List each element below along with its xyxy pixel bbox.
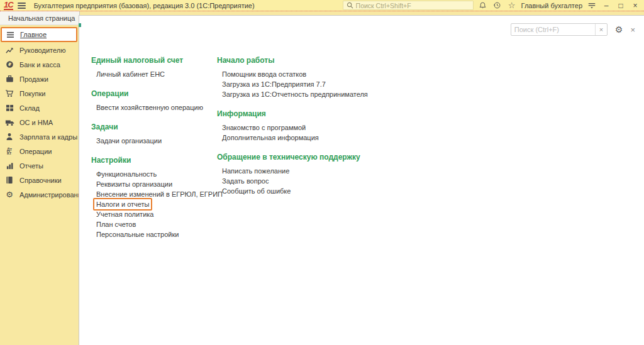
sidebar-item-prodazhi[interactable]: Продажи bbox=[0, 72, 79, 86]
trend-chart-icon bbox=[4, 47, 14, 54]
clear-search-icon[interactable]: × bbox=[595, 24, 607, 35]
shopping-cart-icon bbox=[4, 89, 14, 97]
link-zagruzka-iz-1c-predpriyatiya-77[interactable]: Загрузка из 1С:Предприятия 7.7 bbox=[217, 79, 368, 89]
section-operacii: Операции Ввести хозяйственную операцию bbox=[91, 89, 217, 112]
link-uchetnaya-politika[interactable]: Учетная политика bbox=[91, 209, 217, 219]
close-panel-icon[interactable]: × bbox=[630, 26, 635, 34]
sidebar-item-label: Продажи bbox=[19, 75, 48, 83]
sidebar-item-label: Операции bbox=[19, 148, 52, 155]
tab-home-page[interactable]: Начальная страница bbox=[0, 11, 80, 25]
link-nalogi-i-otchety-row: Налоги и отчеты bbox=[91, 199, 217, 209]
sidebar-item-otchety[interactable]: Отчеты bbox=[0, 158, 79, 173]
section-informaciya: Информация Знакомство с программой Допол… bbox=[217, 109, 368, 143]
section-tehpodderzhka: Обращение в техническую поддержку Написа… bbox=[217, 153, 368, 196]
home-page-panel: × ⚙ × Единый налоговый счет Личный кабин… bbox=[79, 15, 644, 345]
sidebar-item-label: Отчеты bbox=[19, 162, 43, 170]
sidebar-item-os-i-nma[interactable]: ОС и НМА bbox=[0, 115, 79, 129]
settings-gear-icon[interactable]: ⚙ bbox=[615, 25, 623, 34]
svg-text:₽: ₽ bbox=[8, 62, 11, 67]
links-column-left: Единый налоговый счет Личный кабинет ЕНС… bbox=[91, 56, 217, 249]
functions-menu-icon[interactable] bbox=[587, 1, 597, 10]
sidebar-item-label: Руководителю bbox=[19, 47, 65, 54]
link-znakomstvo-s-programmoj[interactable]: Знакомство с программой bbox=[217, 123, 368, 133]
section-title: Настройки bbox=[91, 156, 217, 165]
sidebar-item-sklad[interactable]: Склад bbox=[0, 101, 79, 115]
book-icon bbox=[4, 176, 14, 184]
section-nachalo-raboty: Начало работы Помощник ввода остатков За… bbox=[217, 56, 368, 99]
sidebar-item-label: Склад bbox=[19, 104, 40, 112]
sidebar-item-rukovoditelyu[interactable]: Руководителю bbox=[0, 43, 79, 57]
sidebar-item-label: ОС и НМА bbox=[19, 119, 53, 126]
page-search-field[interactable]: × bbox=[511, 23, 608, 36]
sidebar-item-administrirovanie[interactable]: ⚙ Администрирование bbox=[0, 187, 79, 202]
link-personalnye-nastrojki[interactable]: Персональные настройки bbox=[91, 229, 217, 239]
window-title: Бухгалтерия предприятия (базовая), редак… bbox=[34, 2, 255, 9]
sidebar-item-zarplata-i-kadry[interactable]: Зарплата и кадры bbox=[0, 129, 79, 144]
person-icon bbox=[4, 133, 14, 141]
minimize-button[interactable]: – bbox=[601, 2, 611, 9]
link-dopolnitelnaya-informaciya[interactable]: Дополнительная информация bbox=[217, 133, 368, 143]
link-zadachi-organizacii[interactable]: Задачи организации bbox=[91, 136, 217, 146]
section-title: Задачи bbox=[91, 123, 217, 131]
sidebar-item-label: Зарплата и кадры bbox=[19, 133, 77, 141]
sidebar-item-spravochniki[interactable]: Справочники bbox=[0, 173, 79, 187]
section-title: Информация bbox=[217, 109, 368, 118]
current-user-label[interactable]: Главный бухгалтер bbox=[521, 2, 582, 9]
page-search-input[interactable] bbox=[511, 26, 595, 33]
sidebar-item-pokupki[interactable]: Покупки bbox=[0, 86, 79, 101]
link-nalogi-i-otchety[interactable]: Налоги и отчеты bbox=[93, 198, 152, 211]
search-icon bbox=[347, 2, 353, 9]
section-title: Начало работы bbox=[217, 56, 368, 65]
bar-chart-icon bbox=[4, 162, 14, 170]
sidebar-nav: Главное Руководителю ₽ bbox=[0, 25, 79, 202]
debit-credit-icon: Дт Кт bbox=[4, 148, 14, 155]
global-search-input[interactable] bbox=[356, 2, 470, 9]
link-rekvizity-organizacii[interactable]: Реквизиты организации bbox=[91, 179, 217, 189]
sidebar: Начальная страница Главное bbox=[0, 11, 79, 345]
panel-toolbar: × ⚙ × bbox=[511, 23, 635, 36]
sidebar-item-label: Справочники bbox=[19, 177, 62, 184]
link-zadat-vopros[interactable]: Задать вопрос bbox=[217, 176, 368, 186]
link-pomoshchnik-vvoda-ostatkov[interactable]: Помощник ввода остатков bbox=[217, 69, 368, 79]
history-icon[interactable] bbox=[492, 1, 502, 10]
maximize-button[interactable]: □ bbox=[616, 2, 626, 9]
section-edinyj-nalogovyj-schet: Единый налоговый счет Личный кабинет ЕНС bbox=[91, 56, 217, 79]
section-title: Обращение в техническую поддержку bbox=[217, 153, 368, 162]
link-funkcionalnost[interactable]: Функциональность bbox=[91, 169, 217, 179]
list-menu-icon bbox=[5, 31, 15, 38]
sidebar-item-bank-i-kassa[interactable]: ₽ Банк и касса bbox=[0, 57, 79, 72]
sidebar-item-label: Покупки bbox=[19, 90, 45, 97]
command-links-area: Единый налоговый счет Личный кабинет ЕНС… bbox=[91, 56, 368, 249]
link-zagruzka-iz-1c-otchetnost[interactable]: Загрузка из 1С:Отчетность предпринимател… bbox=[217, 89, 368, 99]
section-nastrojki: Настройки Функциональность Реквизиты орг… bbox=[91, 156, 217, 239]
active-panel-marker bbox=[79, 23, 81, 27]
briefcase-icon bbox=[4, 75, 14, 83]
close-window-button[interactable]: × bbox=[630, 2, 640, 9]
link-vvesti-hozyajstvennuyu-operaciyu[interactable]: Ввести хозяйственную операцию bbox=[91, 102, 217, 112]
section-title: Операции bbox=[91, 89, 217, 98]
sidebar-item-label: Главное bbox=[20, 31, 47, 38]
link-napisat-pozhelanie[interactable]: Написать пожелание bbox=[217, 166, 368, 176]
global-search-field[interactable] bbox=[343, 1, 474, 10]
warehouse-grid-icon bbox=[4, 104, 14, 112]
gear-icon: ⚙ bbox=[4, 190, 14, 199]
sidebar-item-label: Администрирование bbox=[19, 191, 86, 199]
link-soobshchit-ob-oshibke[interactable]: Сообщить об ошибке bbox=[217, 186, 368, 196]
tab-home-label: Начальная страница bbox=[8, 14, 75, 22]
sidebar-item-operacii[interactable]: Дт Кт Операции bbox=[0, 144, 79, 158]
1c-logo: 1С bbox=[4, 1, 13, 10]
notifications-bell-icon[interactable] bbox=[478, 1, 488, 10]
truck-icon bbox=[4, 119, 14, 126]
section-title: Единый налоговый счет bbox=[91, 56, 217, 65]
favorites-star-icon[interactable]: ☆ bbox=[507, 1, 517, 10]
ruble-coin-icon: ₽ bbox=[4, 60, 14, 68]
main-menu-icon[interactable] bbox=[18, 1, 26, 10]
section-zadachi: Задачи Задачи организации bbox=[91, 123, 217, 146]
links-column-right: Начало работы Помощник ввода остатков За… bbox=[217, 56, 368, 249]
link-plan-schetov[interactable]: План счетов bbox=[91, 219, 217, 229]
sidebar-item-label: Банк и касса bbox=[19, 61, 60, 68]
link-lichnyj-kabinet-ens[interactable]: Личный кабинет ЕНС bbox=[91, 69, 217, 79]
window-titlebar: 1С Бухгалтерия предприятия (базовая), ре… bbox=[0, 0, 644, 11]
sidebar-item-glavnoe[interactable]: Главное bbox=[1, 27, 77, 42]
